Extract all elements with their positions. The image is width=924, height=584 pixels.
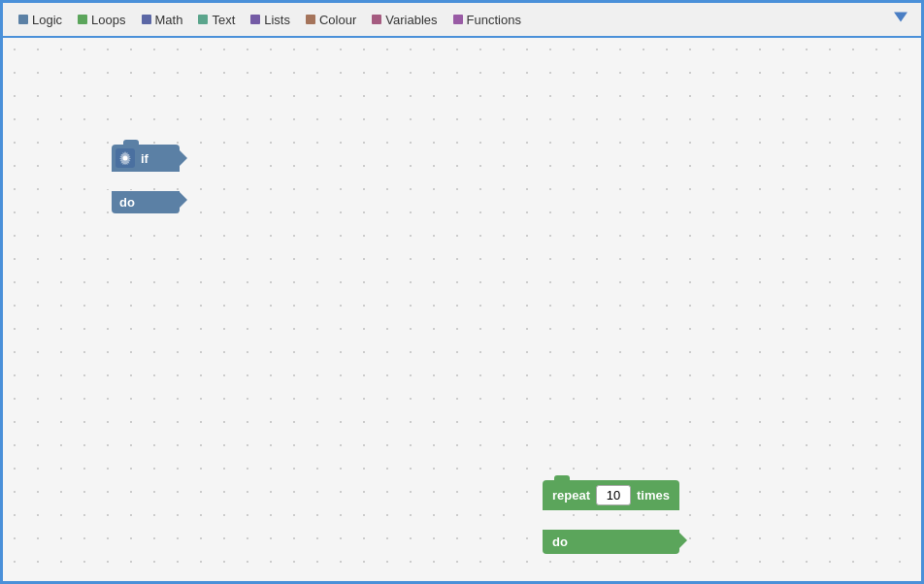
repeat-do-label: do [552,535,568,549]
if-block[interactable]: if do [112,145,180,213]
repeat-top-row[interactable]: repeat times [543,480,679,510]
repeat-block[interactable]: repeat times do [543,480,679,554]
math-color-dot [142,15,151,24]
if-top-row[interactable]: if [112,145,180,172]
toolbar-item-colour[interactable]: Colour [298,9,364,31]
toolbar-item-variables[interactable]: Variables [364,9,445,31]
toolbar-item-functions[interactable]: Functions [446,9,529,31]
lists-label: Lists [264,13,290,27]
variables-label: Variables [385,13,437,27]
toolbar: Logic Loops Math Text Lists Colour Varia… [3,3,921,38]
toolbar-item-loops[interactable]: Loops [70,9,133,31]
repeat-do-row[interactable]: do [543,530,679,554]
loops-label: Loops [91,13,125,27]
logic-color-dot [18,15,28,24]
repeat-value-input[interactable] [596,485,631,505]
app-container: Logic Loops Math Text Lists Colour Varia… [0,0,924,584]
gear-icon[interactable] [116,148,135,168]
colour-color-dot [306,15,315,24]
math-label: Math [155,13,183,27]
functions-label: Functions [467,13,521,27]
svg-marker-0 [894,13,908,22]
toolbar-item-logic[interactable]: Logic [11,9,70,31]
functions-color-dot [453,15,463,24]
if-do-row[interactable]: do [112,191,180,213]
loops-color-dot [78,15,87,24]
toolbar-item-lists[interactable]: Lists [243,9,298,31]
logic-label: Logic [32,13,62,27]
colour-label: Colour [319,13,356,27]
workspace[interactable]: if do repeat times [3,38,921,581]
variables-color-dot [372,15,381,24]
scroll-down-arrow[interactable] [892,9,909,31]
text-label: Text [212,13,235,27]
repeat-label: repeat [552,488,590,503]
toolbar-item-text[interactable]: Text [190,9,243,31]
times-label: times [637,488,670,503]
toolbar-item-math[interactable]: Math [134,9,191,31]
if-label: if [141,151,148,166]
do-label: do [119,195,154,210]
lists-color-dot [250,15,260,24]
text-color-dot [198,15,208,24]
